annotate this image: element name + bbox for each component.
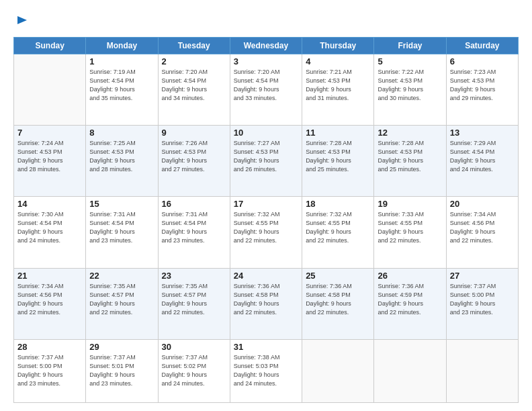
calendar-cell: 8Sunrise: 7:25 AM Sunset: 4:53 PM Daylig… bbox=[86, 126, 158, 197]
calendar-cell: 20Sunrise: 7:34 AM Sunset: 4:56 PM Dayli… bbox=[446, 197, 518, 268]
calendar-cell: 23Sunrise: 7:35 AM Sunset: 4:57 PM Dayli… bbox=[158, 268, 230, 339]
day-info: Sunrise: 7:29 AM Sunset: 4:54 PM Dayligh… bbox=[450, 139, 515, 174]
calendar-cell: 22Sunrise: 7:35 AM Sunset: 4:57 PM Dayli… bbox=[86, 268, 158, 339]
day-number: 25 bbox=[306, 271, 370, 281]
day-info: Sunrise: 7:35 AM Sunset: 4:57 PM Dayligh… bbox=[162, 282, 226, 317]
calendar-cell bbox=[446, 339, 518, 402]
day-number: 15 bbox=[89, 199, 154, 209]
day-number: 2 bbox=[162, 56, 226, 66]
calendar-cell: 2Sunrise: 7:20 AM Sunset: 4:54 PM Daylig… bbox=[158, 54, 230, 125]
calendar-cell bbox=[374, 339, 446, 402]
weekday-header-sunday: Sunday bbox=[14, 37, 86, 54]
calendar-cell: 21Sunrise: 7:34 AM Sunset: 4:56 PM Dayli… bbox=[14, 268, 86, 339]
day-number: 30 bbox=[162, 342, 226, 352]
day-number: 4 bbox=[306, 56, 370, 66]
weekday-header-tuesday: Tuesday bbox=[158, 37, 230, 54]
day-number: 8 bbox=[89, 128, 154, 138]
day-number: 23 bbox=[162, 271, 226, 281]
day-info: Sunrise: 7:28 AM Sunset: 4:53 PM Dayligh… bbox=[378, 139, 442, 174]
calendar-cell: 9Sunrise: 7:26 AM Sunset: 4:53 PM Daylig… bbox=[158, 126, 230, 197]
day-info: Sunrise: 7:36 AM Sunset: 4:58 PM Dayligh… bbox=[306, 282, 370, 317]
day-info: Sunrise: 7:24 AM Sunset: 4:53 PM Dayligh… bbox=[17, 139, 82, 174]
calendar-week-row: 14Sunrise: 7:30 AM Sunset: 4:54 PM Dayli… bbox=[14, 197, 519, 268]
day-number: 10 bbox=[234, 128, 298, 138]
calendar-cell: 15Sunrise: 7:31 AM Sunset: 4:54 PM Dayli… bbox=[86, 197, 158, 268]
day-info: Sunrise: 7:37 AM Sunset: 5:00 PM Dayligh… bbox=[17, 353, 82, 388]
calendar-cell: 28Sunrise: 7:37 AM Sunset: 5:00 PM Dayli… bbox=[14, 339, 86, 402]
day-info: Sunrise: 7:30 AM Sunset: 4:54 PM Dayligh… bbox=[17, 210, 82, 245]
day-number: 12 bbox=[378, 128, 442, 138]
day-info: Sunrise: 7:31 AM Sunset: 4:54 PM Dayligh… bbox=[89, 210, 154, 245]
calendar-cell: 31Sunrise: 7:38 AM Sunset: 5:03 PM Dayli… bbox=[230, 339, 302, 402]
calendar-cell: 6Sunrise: 7:23 AM Sunset: 4:53 PM Daylig… bbox=[446, 54, 518, 125]
day-info: Sunrise: 7:26 AM Sunset: 4:53 PM Dayligh… bbox=[162, 139, 226, 174]
calendar-week-row: 28Sunrise: 7:37 AM Sunset: 5:00 PM Dayli… bbox=[14, 339, 519, 402]
day-info: Sunrise: 7:22 AM Sunset: 4:53 PM Dayligh… bbox=[378, 68, 442, 103]
weekday-header-thursday: Thursday bbox=[302, 37, 374, 54]
calendar-cell: 13Sunrise: 7:29 AM Sunset: 4:54 PM Dayli… bbox=[446, 126, 518, 197]
calendar-cell: 11Sunrise: 7:28 AM Sunset: 4:53 PM Dayli… bbox=[302, 126, 374, 197]
calendar-cell: 24Sunrise: 7:36 AM Sunset: 4:58 PM Dayli… bbox=[230, 268, 302, 339]
day-number: 24 bbox=[234, 271, 298, 281]
calendar-cell: 4Sunrise: 7:21 AM Sunset: 4:53 PM Daylig… bbox=[302, 54, 374, 125]
weekday-header-friday: Friday bbox=[374, 37, 446, 54]
day-number: 1 bbox=[89, 56, 154, 66]
day-number: 11 bbox=[306, 128, 370, 138]
day-info: Sunrise: 7:33 AM Sunset: 4:55 PM Dayligh… bbox=[378, 210, 442, 245]
calendar-cell: 27Sunrise: 7:37 AM Sunset: 5:00 PM Dayli… bbox=[446, 268, 518, 339]
day-number: 9 bbox=[162, 128, 226, 138]
day-number: 13 bbox=[450, 128, 515, 138]
weekday-header-monday: Monday bbox=[86, 37, 158, 54]
svg-marker-0 bbox=[17, 16, 27, 24]
day-info: Sunrise: 7:36 AM Sunset: 4:58 PM Dayligh… bbox=[234, 282, 298, 317]
day-info: Sunrise: 7:25 AM Sunset: 4:53 PM Dayligh… bbox=[89, 139, 154, 174]
calendar-header-row: SundayMondayTuesdayWednesdayThursdayFrid… bbox=[14, 37, 519, 54]
calendar-cell: 16Sunrise: 7:31 AM Sunset: 4:54 PM Dayli… bbox=[158, 197, 230, 268]
calendar-cell: 26Sunrise: 7:36 AM Sunset: 4:59 PM Dayli… bbox=[374, 268, 446, 339]
day-number: 21 bbox=[17, 271, 82, 281]
calendar-cell: 19Sunrise: 7:33 AM Sunset: 4:55 PM Dayli… bbox=[374, 197, 446, 268]
day-number: 19 bbox=[378, 199, 442, 209]
calendar-cell: 7Sunrise: 7:24 AM Sunset: 4:53 PM Daylig… bbox=[14, 126, 86, 197]
day-number: 18 bbox=[306, 199, 370, 209]
calendar-cell bbox=[14, 54, 86, 125]
day-number: 5 bbox=[378, 56, 442, 66]
calendar-cell: 10Sunrise: 7:27 AM Sunset: 4:53 PM Dayli… bbox=[230, 126, 302, 197]
day-number: 7 bbox=[17, 128, 82, 138]
calendar-cell: 29Sunrise: 7:37 AM Sunset: 5:01 PM Dayli… bbox=[86, 339, 158, 402]
logo bbox=[13, 15, 30, 33]
day-number: 20 bbox=[450, 199, 515, 209]
day-number: 31 bbox=[234, 342, 298, 352]
day-info: Sunrise: 7:37 AM Sunset: 5:01 PM Dayligh… bbox=[89, 353, 154, 388]
calendar-week-row: 7Sunrise: 7:24 AM Sunset: 4:53 PM Daylig… bbox=[14, 126, 519, 197]
day-info: Sunrise: 7:19 AM Sunset: 4:54 PM Dayligh… bbox=[89, 68, 154, 103]
day-info: Sunrise: 7:38 AM Sunset: 5:03 PM Dayligh… bbox=[234, 353, 298, 388]
weekday-header-wednesday: Wednesday bbox=[230, 37, 302, 54]
day-number: 22 bbox=[89, 271, 154, 281]
day-number: 14 bbox=[17, 199, 82, 209]
day-info: Sunrise: 7:31 AM Sunset: 4:54 PM Dayligh… bbox=[162, 210, 226, 245]
day-number: 17 bbox=[234, 199, 298, 209]
day-number: 26 bbox=[378, 271, 442, 281]
day-info: Sunrise: 7:28 AM Sunset: 4:53 PM Dayligh… bbox=[306, 139, 370, 174]
day-number: 28 bbox=[17, 342, 82, 352]
day-number: 29 bbox=[89, 342, 154, 352]
calendar-cell: 1Sunrise: 7:19 AM Sunset: 4:54 PM Daylig… bbox=[86, 54, 158, 125]
calendar-cell: 3Sunrise: 7:20 AM Sunset: 4:54 PM Daylig… bbox=[230, 54, 302, 125]
day-info: Sunrise: 7:32 AM Sunset: 4:55 PM Dayligh… bbox=[234, 210, 298, 245]
day-info: Sunrise: 7:32 AM Sunset: 4:55 PM Dayligh… bbox=[306, 210, 370, 245]
day-info: Sunrise: 7:37 AM Sunset: 5:02 PM Dayligh… bbox=[162, 353, 226, 388]
day-info: Sunrise: 7:34 AM Sunset: 4:56 PM Dayligh… bbox=[450, 210, 515, 245]
day-number: 6 bbox=[450, 56, 515, 66]
day-number: 16 bbox=[162, 199, 226, 209]
header bbox=[13, 12, 519, 33]
page: SundayMondayTuesdayWednesdayThursdayFrid… bbox=[0, 0, 532, 411]
calendar-cell: 17Sunrise: 7:32 AM Sunset: 4:55 PM Dayli… bbox=[230, 197, 302, 268]
calendar-cell bbox=[302, 339, 374, 402]
day-number: 3 bbox=[234, 56, 298, 66]
calendar-week-row: 1Sunrise: 7:19 AM Sunset: 4:54 PM Daylig… bbox=[14, 54, 519, 125]
calendar-cell: 14Sunrise: 7:30 AM Sunset: 4:54 PM Dayli… bbox=[14, 197, 86, 268]
day-info: Sunrise: 7:21 AM Sunset: 4:53 PM Dayligh… bbox=[306, 68, 370, 103]
day-info: Sunrise: 7:35 AM Sunset: 4:57 PM Dayligh… bbox=[89, 282, 154, 317]
day-number: 27 bbox=[450, 271, 515, 281]
